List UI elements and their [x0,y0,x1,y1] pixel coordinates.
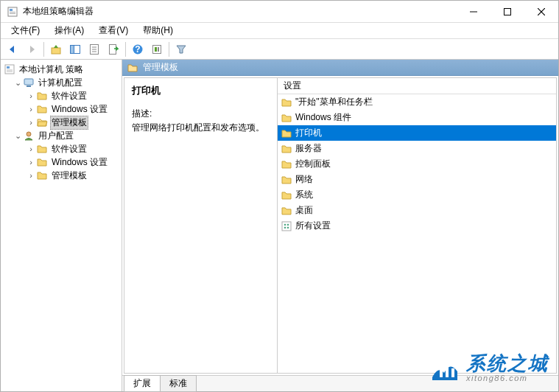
svg-rect-34 [446,364,449,377]
svg-rect-2 [10,12,15,13]
svg-point-29 [284,223,286,225]
menu-view[interactable]: 查看(V) [93,23,134,38]
content-header: 管理模板 [122,60,558,76]
tree-computer-config[interactable]: ⌄ 计算机配置 [2,76,120,89]
svg-rect-22 [7,66,10,69]
menu-file[interactable]: 文件(F) [5,23,46,38]
svg-rect-8 [52,48,60,54]
window-title: 本地组策略编辑器 [23,5,457,18]
list-item-label: Windows 组件 [295,111,351,124]
list-item[interactable]: "开始"菜单和任务栏 [278,94,556,110]
right-pane: 管理模板 打印机 描述: 管理网络打印机配置和发布选项。 设置 "开始"菜单和任… [122,60,558,391]
tab-standard[interactable]: 标准 [160,375,197,392]
list-item[interactable]: 桌面 [278,203,556,218]
tree-item-software[interactable]: › 软件设置 [2,89,120,102]
forward-button[interactable] [23,41,41,58]
list-item[interactable]: 网络 [278,172,556,187]
folder-icon [281,174,292,186]
tree-label: 计算机配置 [37,77,84,89]
tree-pane[interactable]: 本地计算机 策略 ⌄ 计算机配置 › 软件设置 › Windows 设置 › 管… [1,60,122,391]
tree-label: 用户配置 [37,130,75,142]
toolbar-separator [43,42,44,57]
collapse-icon[interactable]: ⌄ [13,78,23,88]
expand-icon[interactable]: › [26,118,36,127]
tab-extended[interactable]: 扩展 [124,375,161,392]
list-column-header[interactable]: 设置 [278,78,556,94]
minimize-button[interactable] [457,1,491,23]
svg-rect-35 [451,368,454,377]
folder-icon [36,169,48,181]
svg-rect-21 [5,65,14,74]
options-button[interactable] [148,41,166,58]
tree-label: 管理模板 [50,116,88,130]
show-hide-tree-button[interactable] [66,41,84,58]
tree-item-admin-templates[interactable]: › 管理模板 [2,169,120,182]
expand-icon[interactable]: › [26,144,36,153]
tree-item-windows[interactable]: › Windows 设置 [2,102,120,116]
watermark-text: 系统之城 xitong86.com [466,353,549,383]
tree-item-admin-templates[interactable]: › 管理模板 [2,116,120,129]
expand-icon[interactable]: › [26,91,36,100]
collapse-icon[interactable]: ⌄ [13,131,23,141]
list-item[interactable]: 打印机 [278,125,556,141]
titlebar: 本地组策略编辑器 [1,1,558,23]
app-icon [7,6,18,18]
export-button[interactable] [105,41,122,58]
folder-icon [281,158,292,170]
tree-root[interactable]: 本地计算机 策略 [2,63,120,76]
up-button[interactable] [47,41,65,58]
body-area: 本地计算机 策略 ⌄ 计算机配置 › 软件设置 › Windows 设置 › 管… [1,60,558,391]
expand-icon[interactable]: › [26,171,36,180]
menu-action[interactable]: 操作(A) [49,23,90,38]
settings-icon [281,220,292,232]
tree-item-software[interactable]: › 软件设置 [2,142,120,155]
tree-label: Windows 设置 [50,103,109,116]
list-item[interactable]: 控制面板 [278,156,556,172]
back-button[interactable] [4,41,21,58]
menubar: 文件(F) 操作(A) 查看(V) 帮助(H) [1,23,558,39]
folder-icon [281,143,292,155]
folder-icon [36,90,48,102]
folder-icon [281,189,292,201]
help-button[interactable]: ? [129,41,147,58]
column-label: 设置 [284,80,301,92]
list-body[interactable]: "开始"菜单和任务栏Windows 组件打印机服务器控制面板网络系统桌面所有设置 [278,94,556,373]
svg-point-27 [27,132,31,136]
svg-rect-15 [110,44,116,54]
folder-icon [127,62,138,74]
list-item[interactable]: 所有设置 [278,218,556,234]
tree-user-config[interactable]: ⌄ 用户配置 [2,129,120,142]
description-pane: 打印机 描述: 管理网络打印机配置和发布选项。 [124,78,278,373]
content-split: 打印机 描述: 管理网络打印机配置和发布选项。 设置 "开始"菜单和任务栏Win… [124,77,557,374]
toolbar: ? [1,39,558,60]
watermark-en: xitong86.com [466,374,549,382]
filter-button[interactable] [172,41,190,58]
expand-icon[interactable]: › [26,105,36,113]
tree-item-windows[interactable]: › Windows 设置 [2,155,120,169]
folder-open-icon [36,116,48,128]
list-item[interactable]: 系统 [278,187,556,203]
policy-icon [4,63,15,75]
list-item[interactable]: Windows 组件 [278,110,556,125]
properties-button[interactable] [85,41,103,58]
maximize-button[interactable] [491,1,524,23]
close-button[interactable] [524,1,558,23]
list-item-label: 服务器 [295,142,322,155]
computer-icon [23,77,35,88]
svg-rect-1 [10,9,13,11]
folder-icon [281,112,292,124]
watermark-cn: 系统之城 [466,353,549,374]
list-item[interactable]: 服务器 [278,141,556,156]
list-item-label: 系统 [295,189,313,201]
svg-rect-20 [158,47,159,52]
toolbar-separator [169,42,169,57]
expand-icon[interactable]: › [26,158,36,167]
list-item-label: "开始"菜单和任务栏 [295,96,373,108]
menu-help[interactable]: 帮助(H) [137,23,179,38]
list-pane: 设置 "开始"菜单和任务栏Windows 组件打印机服务器控制面板网络系统桌面所… [278,78,556,373]
tree-label: 管理模板 [50,169,88,182]
folder-icon [36,156,48,168]
description-label: 描述: [132,108,270,120]
list-item-label: 所有设置 [295,220,331,232]
svg-point-30 [287,223,289,225]
